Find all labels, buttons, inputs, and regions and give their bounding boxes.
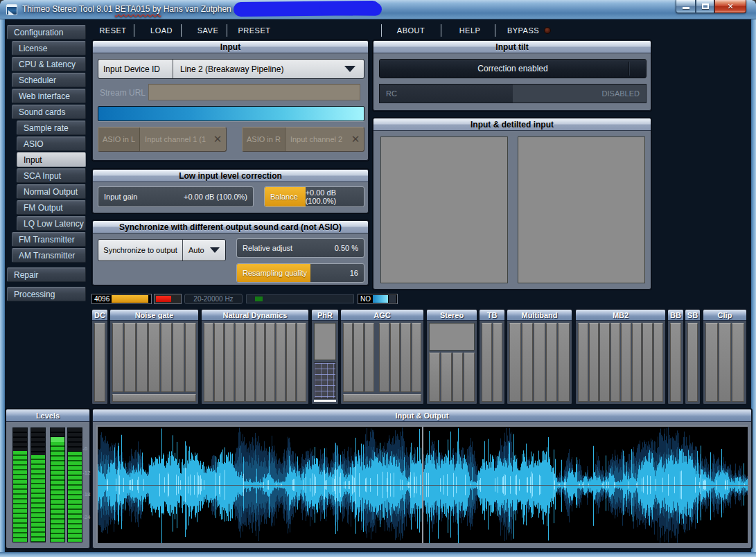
sidebar-item-input[interactable]: Input	[17, 152, 86, 167]
sidebar-item-scheduler[interactable]: Scheduler	[12, 73, 86, 87]
slider[interactable]	[464, 353, 475, 402]
slider[interactable]	[719, 323, 731, 402]
processor-header-noise-gate[interactable]: Noise gate	[110, 310, 198, 321]
sidebar-item-web-interface[interactable]: Web interface	[12, 89, 86, 103]
slider[interactable]	[534, 323, 545, 402]
slider[interactable]	[621, 323, 631, 402]
sidebar-item-fm-output[interactable]: FM Output	[17, 200, 86, 215]
stream-url-input[interactable]	[148, 84, 360, 100]
horizontal-slider[interactable]	[112, 394, 196, 402]
slider[interactable]	[390, 323, 400, 392]
slider[interactable]	[353, 323, 363, 392]
slider[interactable]	[379, 323, 389, 392]
remove-icon[interactable]: ✕	[347, 127, 364, 151]
sidebar-item-sample-rate[interactable]: Sample rate	[17, 121, 86, 135]
slider[interactable]	[589, 323, 599, 402]
menu-preset[interactable]: PRESET	[232, 23, 276, 38]
status-red-meter[interactable]	[154, 294, 182, 304]
horizontal-slider[interactable]	[343, 394, 421, 402]
frequency-range-display[interactable]: 20-20000 Hz	[184, 294, 243, 304]
input-device-value[interactable]: Line 2 (Breakaway Pipeline)	[173, 64, 344, 74]
slider[interactable]	[173, 323, 184, 392]
sidebar-item-repair[interactable]: Repair	[7, 267, 86, 282]
relative-adjust-control[interactable]: Relative adjust 0.50 %	[236, 238, 364, 258]
sidebar-item-am-transmitter[interactable]: AM Transmitter	[12, 248, 86, 263]
slider[interactable]	[452, 353, 464, 402]
slider[interactable]	[265, 323, 275, 402]
resampling-quality-control[interactable]: Resampling quality 16	[236, 263, 364, 283]
slider[interactable]	[297, 323, 306, 402]
slider[interactable]	[124, 323, 135, 392]
slider[interactable]	[705, 323, 718, 402]
slider[interactable]	[286, 323, 296, 402]
menu-bypass[interactable]: BYPASS	[500, 23, 547, 38]
slider[interactable]	[276, 323, 285, 402]
sidebar-item-asio[interactable]: ASIO	[17, 136, 86, 151]
title-bar[interactable]: Thimeo Stereo Tool 8.01 BETA015 by Hans …	[0, 0, 756, 19]
slider[interactable]	[687, 323, 698, 402]
slider[interactable]	[546, 323, 558, 402]
correction-enabled-button[interactable]: Correction enabled	[379, 59, 647, 78]
slider[interactable]	[401, 323, 410, 392]
slider[interactable]	[245, 323, 255, 402]
slider[interactable]	[204, 323, 213, 402]
dropdown-arrow-icon[interactable]	[344, 66, 355, 72]
input-gain-control[interactable]: Input gain +0.00 dB (100.0%)	[98, 186, 254, 207]
slider[interactable]	[441, 353, 452, 402]
buffer-size-control[interactable]: 4096	[91, 294, 152, 304]
sidebar-item-lq-low-latency[interactable]: LQ Low Latency	[17, 216, 86, 231]
processor-header-bb[interactable]: BB	[668, 310, 683, 321]
slider[interactable]	[185, 323, 196, 392]
processor-header-stereo[interactable]: Stereo	[427, 310, 477, 321]
synchronize-to-output-button[interactable]: Synchronize to output	[98, 240, 183, 260]
slider[interactable]	[642, 323, 653, 402]
sidebar-item-processing[interactable]: Processing	[7, 287, 86, 301]
sidebar-item-cpu-latency[interactable]: CPU & Latency	[12, 57, 86, 71]
processor-header-dc[interactable]: DC	[92, 310, 107, 321]
sidebar-item-sound-cards[interactable]: Sound cards	[12, 105, 86, 119]
status-no-control[interactable]: NO	[358, 294, 398, 304]
slider[interactable]	[670, 323, 681, 402]
menu-load[interactable]: LOAD	[142, 23, 181, 38]
menu-save[interactable]: SAVE	[189, 23, 227, 38]
sidebar-item-fm-transmitter[interactable]: FM Transmitter	[12, 232, 86, 247]
slider[interactable]	[732, 323, 744, 402]
slider[interactable]	[412, 323, 421, 392]
slider[interactable]	[343, 323, 353, 392]
slider[interactable]	[161, 323, 172, 392]
slider[interactable]	[493, 323, 503, 402]
slider[interactable]	[225, 323, 234, 402]
processor-header-natural-dynamics[interactable]: Natural Dynamics	[202, 310, 308, 321]
slider[interactable]	[112, 323, 123, 392]
sidebar-item-sca-input[interactable]: SCA Input	[17, 168, 86, 183]
close-button[interactable]: ✕	[714, 0, 746, 13]
slider[interactable]	[137, 323, 148, 392]
slider[interactable]	[578, 323, 588, 402]
slider[interactable]	[632, 323, 642, 402]
processor-header-phr[interactable]: PhR	[312, 310, 338, 321]
rc-control[interactable]: RC DISABLED	[379, 84, 647, 103]
slider[interactable]	[94, 323, 105, 402]
slider[interactable]	[610, 323, 621, 402]
slider[interactable]	[429, 353, 440, 402]
slider[interactable]	[599, 323, 610, 402]
slider[interactable]	[509, 323, 521, 402]
menu-about[interactable]: ABOUT	[386, 23, 436, 38]
processor-header-agc[interactable]: AGC	[341, 310, 423, 321]
sidebar-item-configuration[interactable]: Configuration	[7, 25, 86, 39]
sidebar-item-license[interactable]: License	[12, 41, 86, 55]
menu-help[interactable]: HELP	[448, 23, 492, 38]
maximize-button[interactable]	[696, 0, 714, 13]
processor-header-tb[interactable]: TB	[480, 310, 504, 321]
slider[interactable]	[364, 323, 374, 392]
remove-icon[interactable]: ✕	[209, 127, 226, 151]
slider[interactable]	[558, 323, 570, 402]
slider[interactable]	[256, 323, 265, 402]
sync-mode-dropdown[interactable]: Auto	[183, 240, 225, 260]
balance-control[interactable]: Balance +0.00 dB (100.0%)	[264, 186, 364, 207]
minimize-button[interactable]	[676, 0, 696, 13]
slider[interactable]	[653, 323, 664, 402]
slider[interactable]	[214, 323, 224, 402]
processor-header-clip[interactable]: Clip	[703, 310, 746, 321]
processor-header-sb[interactable]: SB	[685, 310, 700, 321]
